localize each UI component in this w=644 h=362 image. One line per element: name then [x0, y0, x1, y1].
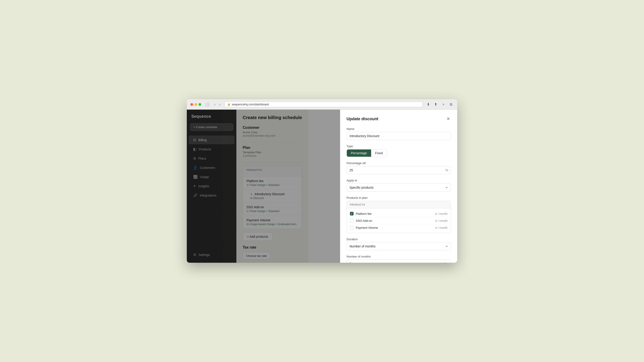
product-row-sso: SSO Add-on ⊙ Fixed charge > Standard	[243, 203, 302, 216]
charge-badge-payment-volume: ⊟ Usage-based charge > Graduated tiers	[246, 223, 296, 226]
sidebar-item-plans[interactable]: ⊞ Plans	[188, 154, 234, 163]
plan-product-row-payment-volume[interactable]: Payment Volume £ / month	[350, 224, 448, 231]
number-of-months-label: Number of months	[346, 255, 451, 258]
browser-nav: ‹ ›	[213, 102, 222, 107]
divider-2	[243, 162, 302, 162]
plan-product-price-payment-volume: £ / month	[435, 226, 448, 229]
type-percentage-button[interactable]: Percentage	[347, 149, 371, 157]
apply-to-select[interactable]: All products Specific products	[346, 183, 451, 192]
plan-product-row-sso[interactable]: SSO Add-on £ / month	[350, 217, 448, 224]
address-bar[interactable]: 🔒 sequencehq.com/dashboard	[224, 101, 423, 107]
product-detail-sso: ⊙ Fixed charge > Standard	[246, 210, 298, 213]
products-in-plan-list: ✓ Platform fee £ / month SSO Add-on £ / …	[347, 208, 451, 233]
plan-block: Plan Template Plan 3 products	[243, 146, 302, 157]
nav-forward-button[interactable]: ›	[218, 102, 222, 107]
checkbox-sso-addon[interactable]	[350, 219, 354, 222]
sidebar-settings-label: Settings	[198, 253, 210, 257]
months-input[interactable]	[346, 260, 451, 263]
modal-close-button[interactable]: ✕	[446, 116, 451, 122]
customer-email: acme@example-org.com	[243, 134, 302, 137]
sidebar-item-label-usage: Usage	[200, 175, 209, 179]
sidebar-item-settings[interactable]: ⚙ Settings	[188, 250, 234, 259]
sidebar-item-label-customers: Customers	[200, 166, 215, 170]
duration-label: Duration	[346, 238, 451, 241]
plan-name: Template Plan	[243, 151, 302, 154]
plans-icon: ⊞	[193, 156, 196, 160]
product-row-payment-volume: Payment Volume ⊟ Usage-based charge > Gr…	[243, 216, 302, 229]
app-container: Sequence + Create schedule ⊟ Billing ◧ P…	[187, 110, 308, 263]
plan-product-name-payment-volume: Payment Volume	[356, 226, 433, 229]
create-schedule-button[interactable]: + Create schedule	[190, 123, 233, 131]
checkbox-payment-volume[interactable]	[350, 226, 354, 229]
percentage-input-wrapper: %	[346, 166, 451, 174]
sidebar-item-usage[interactable]: 📈 Usage	[188, 172, 234, 181]
checkbox-platform-fee[interactable]: ✓	[350, 212, 354, 215]
customer-name: Acme Corp	[243, 131, 302, 134]
sidebar-item-billing[interactable]: ⊟ Billing	[188, 135, 234, 144]
products-icon: ◧	[193, 147, 196, 151]
browser-actions: ⬇ ⬆ ＋ ⧉	[426, 101, 454, 107]
product-row-intro-discount[interactable]: ↳ Introductory Discount ⊘ Discount	[243, 190, 302, 203]
browser-chrome: ⬜ ‹ › 🔒 sequencehq.com/dashboard ⬇ ⬆ ＋ ⧉	[187, 99, 457, 110]
type-label: Type	[346, 145, 451, 148]
page-title: Create new billing schedule	[243, 115, 302, 120]
duration-group: Duration Forever Number of months Specif…	[346, 238, 451, 250]
insights-icon: ✦	[193, 184, 196, 188]
plan-product-price-sso: £ / month	[435, 219, 448, 222]
usage-icon: 📈	[193, 175, 198, 179]
discount-badge: ⊘ Discount	[250, 197, 264, 200]
billing-icon: ⊟	[193, 138, 196, 142]
percentage-input[interactable]	[346, 166, 451, 174]
percentage-off-label: Percentage off	[346, 161, 451, 165]
nav-back-button[interactable]: ‹	[213, 102, 217, 107]
sidebar-item-products[interactable]: ◧ Products	[188, 145, 234, 154]
sidebar-toggle-button[interactable]: ⬜	[204, 102, 210, 107]
name-input[interactable]	[346, 132, 451, 140]
percentage-suffix: %	[446, 168, 448, 172]
choose-tax-rate-button[interactable]: Choose tax rate	[243, 252, 270, 260]
tax-rate-label: Tax rate	[243, 245, 302, 249]
app-container-wrapper: Sequence + Create schedule ⊟ Billing ◧ P…	[187, 110, 457, 263]
products-in-plan-header: PRODUCTS	[347, 201, 451, 208]
sidebar: Sequence + Create schedule ⊟ Billing ◧ P…	[187, 110, 236, 263]
new-tab-button[interactable]: ＋	[440, 101, 446, 107]
customers-icon: 👤	[193, 165, 198, 170]
sidebar-item-insights[interactable]: ✦ Insights	[188, 182, 234, 190]
plan-product-row-platform-fee[interactable]: ✓ Platform fee £ / month	[350, 210, 448, 217]
product-name-intro-discount: ↳ Introductory Discount	[250, 192, 298, 196]
product-name-platform-fee: Platform fee	[246, 179, 298, 183]
product-detail-payment-volume: ⊟ Usage-based charge > Graduated tiers	[246, 223, 298, 226]
lock-icon: 🔒	[227, 103, 230, 106]
discount-icon: ⊘	[250, 197, 252, 200]
share-button[interactable]: ⬆	[433, 101, 438, 107]
close-traffic-light[interactable]	[190, 103, 193, 106]
charge-badge-platform-fee: ⊙ Fixed charge > Standard	[246, 183, 280, 187]
duration-select[interactable]: Forever Number of months Specific dates	[346, 242, 451, 250]
traffic-lights	[190, 103, 201, 106]
products-in-plan-label: Products in plan	[346, 196, 451, 199]
sidebar-item-integrations[interactable]: 🔗 Integrations	[188, 191, 234, 200]
copy-button[interactable]: ⧉	[448, 101, 454, 107]
app-logo: Sequence	[187, 114, 236, 123]
type-fixed-button[interactable]: Fixed	[371, 149, 387, 157]
plan-product-name-sso: SSO Add-on	[356, 219, 433, 222]
plan-label: Plan	[243, 146, 302, 150]
apply-to-group: Apply to All products Specific products	[346, 179, 451, 192]
product-detail-intro-discount: ⊘ Discount	[250, 197, 298, 200]
download-button[interactable]: ⬇	[426, 101, 431, 107]
sidebar-item-label-integrations: Integrations	[200, 194, 216, 197]
products-section-header: PRODUCTS	[243, 166, 302, 176]
product-name-payment-volume: Payment Volume	[246, 218, 298, 222]
add-products-button[interactable]: + Add products	[243, 232, 272, 241]
name-label: Name	[346, 127, 451, 131]
plan-products-count: 3 products	[243, 154, 302, 157]
sidebar-item-label-insights: Insights	[198, 184, 209, 188]
products-label: PRODUCTS	[246, 169, 298, 171]
sidebar-item-label-billing: Billing	[198, 138, 207, 142]
plan-product-price-platform-fee: £ / month	[435, 212, 448, 215]
modal-header: Update discount ✕	[346, 116, 451, 122]
minimize-traffic-light[interactable]	[194, 103, 197, 106]
fullscreen-traffic-light[interactable]	[198, 103, 201, 106]
sidebar-item-customers[interactable]: 👤 Customers	[188, 163, 234, 172]
customer-label: Customer	[243, 126, 302, 130]
